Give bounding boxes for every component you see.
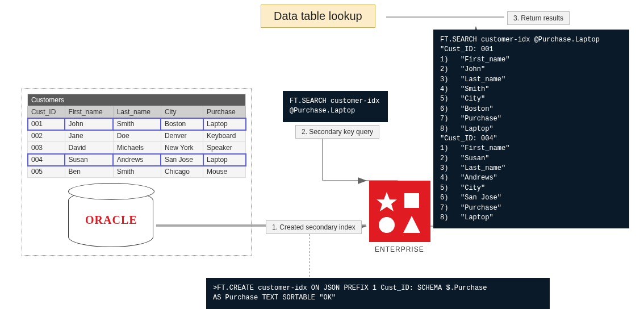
table-cell: Andrews	[113, 154, 161, 166]
table-cell: Denver	[161, 130, 203, 142]
step-1-label: 1. Created secondary index	[266, 220, 362, 234]
table-cell: 001	[28, 118, 65, 130]
table-header: Cust_ID	[28, 106, 65, 118]
svg-point-12	[379, 217, 395, 233]
table-header: City	[161, 106, 203, 118]
table-title: Customers	[28, 94, 246, 106]
table-cell: Laptop	[203, 118, 246, 130]
table-row: 002JaneDoeDenverKeyboard	[28, 130, 246, 142]
code-query: FT.SEARCH customer-idx @Purchase.Laptop	[283, 91, 388, 122]
table-cell: New York	[161, 142, 203, 154]
table-cell: 003	[28, 142, 65, 154]
table-cell: Jane	[65, 130, 113, 142]
table-cell: Smith	[113, 166, 161, 178]
table-cell: John	[65, 118, 113, 130]
table-cell: Boston	[161, 118, 203, 130]
table-row: 003DavidMichaelsNew YorkSpeaker	[28, 142, 246, 154]
code-results: FT.SEARCH customer-idx @Purchase.Laptop …	[433, 30, 629, 228]
table-cell: Michaels	[113, 142, 161, 154]
table-row: 004SusanAndrewsSan JoseLaptop	[28, 154, 246, 166]
table-cell: 004	[28, 154, 65, 166]
table-header: Last_name	[113, 106, 161, 118]
table-cell: Mouse	[203, 166, 246, 178]
table-cell: San Jose	[161, 154, 203, 166]
customers-table: Customers Cust_IDFirst_nameLast_nameCity…	[27, 94, 246, 178]
table-cell: Speaker	[203, 142, 246, 154]
table-header: Purchase	[203, 106, 246, 118]
svg-marker-13	[403, 216, 420, 233]
table-cell: Keyboard	[203, 130, 246, 142]
table-cell: 002	[28, 130, 65, 142]
table-cell: Chicago	[161, 166, 203, 178]
enterprise-label: ENTERPRISE	[375, 245, 424, 253]
svg-marker-10	[377, 192, 397, 211]
diagram-title: Data table lookup	[261, 5, 375, 28]
oracle-label: ORACLE	[85, 214, 137, 227]
enterprise-icon	[369, 181, 430, 242]
step-3-label: 3. Return results	[507, 11, 570, 25]
table-cell: Doe	[113, 130, 161, 142]
table-row: 001JohnSmithBostonLaptop	[28, 118, 246, 130]
step-2-label: 2. Secondary key query	[295, 125, 379, 139]
table-header: First_name	[65, 106, 113, 118]
table-row: 005BenSmithChicagoMouse	[28, 166, 246, 178]
code-create: >FT.CREATE customer-idx ON JSON PREFIX 1…	[206, 278, 550, 309]
table-cell: Susan	[65, 154, 113, 166]
svg-rect-11	[404, 193, 419, 208]
table-cell: Ben	[65, 166, 113, 178]
table-cell: David	[65, 142, 113, 154]
table-cell: Laptop	[203, 154, 246, 166]
table-cell: Smith	[113, 118, 161, 130]
table-cell: 005	[28, 166, 65, 178]
